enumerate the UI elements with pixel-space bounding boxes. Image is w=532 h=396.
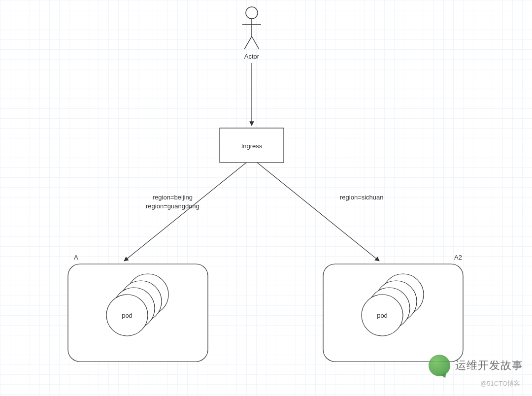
diagram-canvas [0,0,532,396]
svg-line-4 [252,36,259,49]
svg-line-3 [244,36,252,49]
watermark-text: 运维开发故事 [455,358,523,373]
edge-left-line2: region=guangdong [146,202,200,211]
actor-icon [242,7,261,49]
edge-ingress-a2 [257,163,379,261]
edge-right-label: region=sichuan [340,193,384,202]
watermark: 运维开发故事 [429,355,523,376]
attribution-text: @51CTO博客 [480,379,520,388]
edge-left-line1: region=beijing [146,193,200,202]
actor-label: Actor [244,52,259,61]
group-a2-title: A2 [454,253,462,262]
edge-left-labels: region=beijing region=guangdong [146,193,200,210]
group-a-pod-label: pod [122,311,133,320]
wechat-icon [429,355,450,376]
ingress-label: Ingress [241,142,263,151]
group-a2-pod-label: pod [377,311,388,320]
edge-ingress-a [124,163,246,261]
group-a-title: A [74,253,78,262]
svg-point-0 [246,7,258,19]
